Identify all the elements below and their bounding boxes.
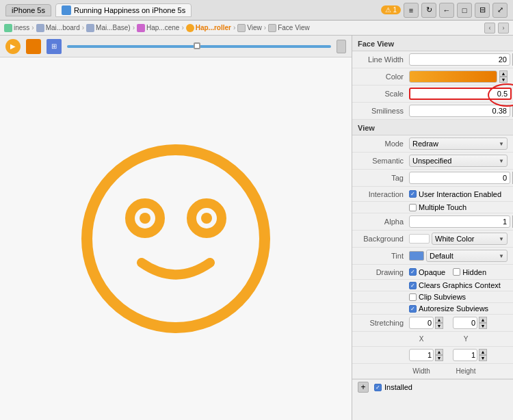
stretch-y-down[interactable]: ▼ bbox=[479, 323, 487, 329]
user-interaction-checkbox[interactable]: ✓ User Interaction Enabled bbox=[409, 190, 501, 198]
clip-checkbox[interactable]: Clip Subviews bbox=[409, 293, 466, 301]
bc-label-7: Face View bbox=[278, 24, 310, 31]
clears-label: Clears Graphics Context bbox=[419, 281, 501, 289]
svg-point-0 bbox=[87, 150, 265, 328]
user-interaction-cb[interactable]: ✓ bbox=[409, 190, 417, 198]
bc-item-5[interactable]: Hap...roller › bbox=[186, 24, 237, 32]
grid-btn[interactable]: ⊞ bbox=[47, 39, 62, 54]
alpha-row: Alpha ▲ ▼ bbox=[352, 213, 513, 231]
title-bar-right: ⚠ 1 ≡ ↻ ← □ ⊟ ⤢ bbox=[381, 3, 508, 18]
main-layout: ▶ ⊞ Face Vie bbox=[0, 36, 513, 420]
stretch-h-down[interactable]: ▼ bbox=[479, 355, 487, 361]
semantic-dropdown[interactable]: Unspecified ▼ bbox=[409, 155, 508, 167]
view-section-title: View bbox=[352, 120, 513, 135]
clip-cb[interactable] bbox=[409, 293, 417, 301]
toolbar-split-view-btn[interactable]: ⊟ bbox=[475, 3, 490, 18]
installed-cb[interactable]: ✓ bbox=[374, 384, 382, 391]
plus-button[interactable]: + bbox=[358, 382, 369, 393]
canvas-area: ▶ ⊞ bbox=[0, 36, 352, 420]
bc-prev-btn[interactable]: ‹ bbox=[484, 23, 495, 34]
stretch-y-input[interactable] bbox=[453, 317, 477, 329]
stretch-w-up[interactable]: ▲ bbox=[435, 349, 443, 355]
width-label: Width bbox=[409, 367, 434, 375]
toolbar-list-btn[interactable]: ≡ bbox=[404, 3, 419, 18]
hidden-checkbox[interactable]: Hidden bbox=[453, 268, 486, 276]
stretch-x-input[interactable] bbox=[409, 317, 434, 329]
tint-dropdown[interactable]: Default ▼ bbox=[426, 250, 508, 262]
tag-label: Tag bbox=[358, 174, 409, 182]
bc-next-btn[interactable]: › bbox=[498, 23, 509, 34]
stretch-x-down[interactable]: ▼ bbox=[435, 323, 443, 329]
rect-btn[interactable] bbox=[26, 39, 41, 54]
bc-item-4[interactable]: Hap...cene › bbox=[137, 24, 185, 32]
interaction-value: ✓ User Interaction Enabled bbox=[409, 190, 508, 198]
toolbar-back-btn[interactable]: ← bbox=[439, 3, 454, 18]
tab-iphone5s[interactable]: iPhone 5s bbox=[5, 4, 51, 16]
mode-dropdown[interactable]: Redraw ▼ bbox=[409, 137, 508, 150]
height-label: Height bbox=[453, 367, 478, 375]
timeline-bar[interactable] bbox=[67, 45, 331, 48]
multiple-touch-cb[interactable] bbox=[409, 204, 417, 211]
background-row: Background White Color ▼ bbox=[352, 231, 513, 248]
autoresize-cb[interactable]: ✓ bbox=[409, 305, 417, 313]
bc-item-1[interactable]: iness › bbox=[4, 24, 35, 32]
stretch-x-up[interactable]: ▲ bbox=[435, 317, 443, 323]
smiliness-input[interactable] bbox=[409, 105, 510, 117]
smiliness-label: Smiliness bbox=[358, 107, 409, 115]
stretch-h-input[interactable] bbox=[453, 349, 477, 361]
stretch-y-stepper: ▲ ▼ bbox=[479, 317, 487, 329]
color-up[interactable]: ▲ bbox=[499, 70, 508, 77]
stretch-w-input[interactable] bbox=[409, 349, 434, 361]
stretch-w-stepper: ▲ ▼ bbox=[435, 349, 443, 361]
bc-label-1: iness bbox=[14, 24, 29, 31]
stretch-h-up[interactable]: ▲ bbox=[479, 349, 487, 355]
bc-item-7[interactable]: Face View bbox=[268, 24, 310, 32]
smiliness-value: ▲ ▼ bbox=[409, 105, 513, 117]
toolbar-fullscreen-btn[interactable]: ⤢ bbox=[492, 3, 508, 18]
bc-item-3[interactable]: Mai...Base) › bbox=[86, 24, 135, 32]
tab-main[interactable]: Running Happiness on iPhone 5s bbox=[55, 3, 192, 17]
clears-checkbox[interactable]: ✓ Clears Graphics Context bbox=[409, 281, 501, 289]
alpha-input[interactable] bbox=[409, 215, 510, 228]
mode-dropdown-arrow: ▼ bbox=[499, 141, 504, 147]
toolbar-single-view-btn[interactable]: □ bbox=[457, 3, 472, 18]
stretching-wh-label-row: Width Height bbox=[352, 364, 513, 379]
warning-badge[interactable]: ⚠ 1 bbox=[381, 5, 401, 14]
line-width-label: Line Width bbox=[358, 55, 409, 64]
stretching-label: Stretching bbox=[358, 319, 409, 327]
clip-row: Clip Subviews bbox=[352, 291, 513, 303]
color-down[interactable]: ▼ bbox=[499, 77, 508, 83]
mode-dropdown-label: Redraw bbox=[412, 140, 438, 148]
line-width-input[interactable] bbox=[409, 53, 510, 66]
autoresize-checkbox[interactable]: ✓ Autoresize Subviews bbox=[409, 304, 488, 313]
bc-icon-4 bbox=[137, 24, 145, 32]
bc-label-6: View bbox=[247, 24, 262, 31]
play-btn[interactable]: ▶ bbox=[5, 39, 21, 54]
color-value: ▲ ▼ bbox=[409, 70, 508, 83]
stretching-axis-row: X Y bbox=[352, 332, 513, 347]
stretch-y-up[interactable]: ▲ bbox=[479, 317, 487, 323]
tab-icon bbox=[62, 5, 71, 15]
background-dropdown[interactable]: White Color ▼ bbox=[432, 233, 508, 245]
clears-cb[interactable]: ✓ bbox=[409, 282, 417, 289]
timeline-thumb[interactable] bbox=[194, 42, 200, 49]
bc-item-2[interactable]: Mai...board › bbox=[36, 24, 85, 32]
opaque-cb[interactable]: ✓ bbox=[409, 268, 417, 276]
stretch-x-stepper: ▲ ▼ bbox=[435, 317, 443, 329]
stretch-w-down[interactable]: ▼ bbox=[435, 355, 443, 361]
tint-swatch bbox=[409, 251, 424, 261]
color-bar[interactable] bbox=[409, 70, 497, 83]
interaction-row: Interaction ✓ User Interaction Enabled bbox=[352, 187, 513, 202]
bc-item-6[interactable]: View › bbox=[237, 24, 267, 32]
scale-input[interactable] bbox=[409, 88, 512, 100]
title-bar: iPhone 5s Running Happiness on iPhone 5s… bbox=[0, 0, 513, 21]
multiple-touch-checkbox[interactable]: Multiple Touch bbox=[409, 203, 466, 211]
tag-input[interactable] bbox=[409, 172, 510, 184]
multiple-touch-row: Multiple Touch bbox=[352, 202, 513, 213]
svg-point-2 bbox=[140, 213, 150, 224]
opaque-checkbox[interactable]: ✓ Opaque bbox=[409, 268, 445, 276]
hidden-cb[interactable] bbox=[453, 268, 460, 276]
drawing-value: ✓ Opaque Hidden bbox=[409, 268, 508, 276]
bc-label-2: Mai...board bbox=[46, 24, 80, 31]
toolbar-refresh-btn[interactable]: ↻ bbox=[421, 3, 436, 18]
